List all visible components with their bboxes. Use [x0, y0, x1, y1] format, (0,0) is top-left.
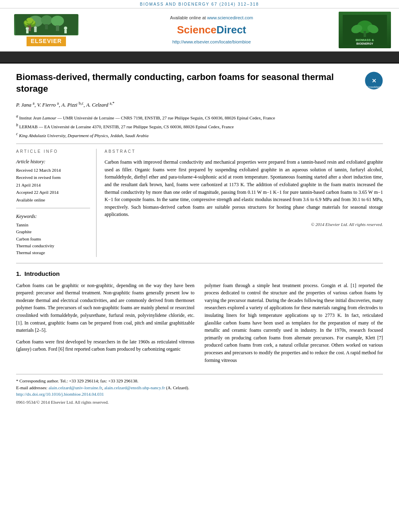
intro-para-2: Carbon foams were first developed by res… — [16, 338, 195, 353]
article-history-label: Article history: — [16, 158, 90, 165]
header-logos-row: ELSEVIER Available online at www.science… — [0, 8, 399, 51]
svg-point-5 — [51, 16, 64, 26]
journal-header: BIOMASS AND BIOENERGY 67 (2014) 312–318 — [0, 0, 399, 64]
sciencedirect-url-link[interactable]: www.sciencedirect.com — [207, 15, 253, 20]
footnote-section: * Corresponding author. Tel.: +33 329 29… — [16, 374, 383, 405]
author-jana-sup: a — [33, 101, 34, 105]
author-pizzi: A. Pizzi — [62, 102, 78, 108]
paper-content: Biomass-derived, thermally conducting, c… — [0, 64, 399, 413]
affiliation-a: a Institut Jean Lamour — UMR Université … — [16, 113, 383, 121]
svg-rect-4 — [45, 24, 48, 29]
article-info-column: ARTICLE INFO Article history: Received 1… — [16, 149, 97, 257]
two-col-body: Carbon foams can be graphitic or non-gra… — [16, 282, 383, 368]
affiliations: a Institut Jean Lamour — UMR Université … — [16, 113, 383, 139]
article-available-online: Available online — [16, 197, 90, 203]
author-celzard: A. Celzard — [86, 102, 108, 108]
email-link-1[interactable]: alain.celzard@univ-lorraine.fr — [49, 385, 102, 390]
crossmark-logo: ✕ CrossMark — [365, 72, 383, 90]
corresponding-author-note: * Corresponding author. Tel.: +33 329 29… — [16, 378, 383, 384]
author-pizzi-sup: b,c — [79, 101, 84, 105]
svg-text:CrossMark: CrossMark — [367, 86, 381, 88]
email-link-2[interactable]: alain.celzard@enstib.uhp-nancy.fr — [104, 385, 165, 390]
sciencedirect-box: Available online at www.sciencedirect.co… — [84, 13, 339, 47]
sciencedirect-available: Available online at www.sciencedirect.co… — [93, 15, 331, 21]
copyright-line: © 2014 Elsevier Ltd. All rights reserved… — [105, 222, 383, 228]
header-bottom-bar — [0, 51, 399, 63]
svg-point-11 — [64, 27, 67, 30]
elsevier-label: ELSEVIER — [27, 37, 66, 46]
paper-title: Biomass-derived, thermally conducting, c… — [16, 72, 359, 94]
bb-logo: BIOMASS & BIOENERGY — [339, 12, 391, 48]
svg-text:✕: ✕ — [372, 78, 376, 84]
elsevier-logo-box: ELSEVIER — [8, 14, 84, 46]
article-received: Received 12 March 2014 — [16, 167, 90, 173]
elsevier-tree-graphic — [14, 14, 78, 35]
article-received-revised-date: 21 April 2014 — [16, 182, 90, 188]
journal-homepage-url[interactable]: http://www.elsevier.com/locate/biombioe — [93, 39, 331, 45]
author-celzard-sup: a,* — [110, 101, 115, 105]
body-col-right: polymer foam through a simple heat treat… — [205, 282, 383, 368]
body-col-left: Carbon foams can be graphitic or non-gra… — [16, 282, 195, 368]
body-divider — [16, 263, 383, 263]
svg-point-7 — [26, 27, 29, 30]
svg-rect-10 — [34, 29, 37, 32]
keyword-thermal-storage: Thermal storage — [16, 250, 90, 256]
biomass-bioenergy-logo-box: BIOMASS & BIOENERGY — [339, 12, 391, 48]
svg-text:BIOMASS &: BIOMASS & — [356, 38, 374, 42]
svg-point-3 — [41, 15, 52, 25]
keyword-thermal-conductivity: Thermal conductivity — [16, 243, 90, 249]
keyword-carbon-foams: Carbon foams — [16, 236, 90, 242]
author-fierro: V. Fierro — [37, 102, 56, 108]
svg-rect-17 — [364, 31, 366, 37]
author-fierro-sup: a — [57, 101, 59, 105]
authors-line: P. Jana a, V. Fierro a, A. Pizzi b,c, A.… — [16, 101, 383, 109]
affiliation-b: b LERMAB — EA Université de Lorraine 437… — [16, 122, 383, 130]
intro-para-1: Carbon foams can be graphitic or non-gra… — [16, 282, 195, 334]
article-accepted: Accepted 22 April 2014 — [16, 189, 90, 195]
svg-rect-12 — [64, 30, 67, 33]
journal-top-bar-text: BIOMASS AND BIOENERGY 67 (2014) 312–318 — [140, 2, 259, 6]
doi-line: http://dx.doi.org/10.1016/j.biombioe.201… — [16, 391, 383, 398]
issn-line: 0961-9534/© 2014 Elsevier Ltd. All right… — [16, 399, 383, 405]
svg-rect-6 — [56, 25, 59, 31]
journal-top-bar: BIOMASS AND BIOENERGY 67 (2014) 312–318 — [0, 0, 399, 8]
intro-para-3: polymer foam through a simple heat treat… — [205, 282, 383, 364]
article-received-revised-label: Received in revised form — [16, 175, 90, 181]
abstract-column: ABSTRACT Carbon foams with improved ther… — [105, 149, 383, 257]
header-divider — [16, 144, 383, 144]
abstract-text: Carbon foams with improved thermal condu… — [105, 158, 383, 218]
article-info-label: ARTICLE INFO — [16, 149, 90, 154]
svg-point-1 — [28, 16, 43, 27]
svg-point-9 — [34, 27, 37, 29]
intro-heading: 1. Introduction — [16, 269, 383, 278]
keyword-tannin: Tannin — [16, 222, 90, 228]
main-body: 1. Introduction Carbon foams can be grap… — [16, 269, 383, 368]
email-note: E-mail addresses: alain.celzard@univ-lor… — [16, 384, 383, 391]
doi-link[interactable]: http://dx.doi.org/10.1016/j.biombioe.201… — [16, 392, 104, 396]
svg-text:BIOENERGY: BIOENERGY — [356, 42, 373, 45]
keywords-label: Keywords: — [16, 213, 90, 220]
abstract-label: ABSTRACT — [105, 149, 383, 154]
svg-rect-8 — [26, 30, 29, 33]
article-info-abstract-section: ARTICLE INFO Article history: Received 1… — [16, 149, 383, 257]
svg-rect-2 — [34, 26, 37, 32]
paper-title-row: Biomass-derived, thermally conducting, c… — [16, 72, 383, 94]
sciencedirect-logo: ScienceDirect — [93, 23, 331, 37]
author-jana: P. Jana — [16, 102, 31, 108]
article-info-divider — [16, 208, 90, 208]
keyword-graphite: Graphite — [16, 229, 90, 235]
affiliation-c: c King Abdulaziz University, Department … — [16, 131, 383, 139]
